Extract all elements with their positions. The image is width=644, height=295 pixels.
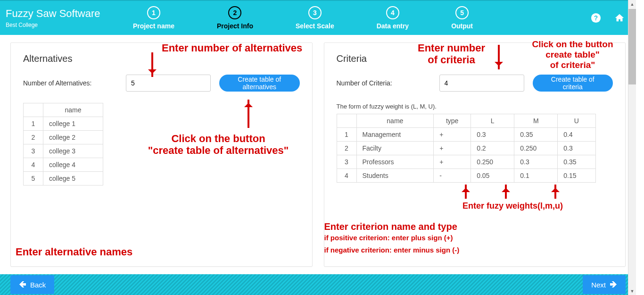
app-header: Fuzzy Saw Software Best College 1 Projec…	[0, 0, 636, 35]
step-label-3: Select Scale	[296, 22, 334, 30]
row-index: 2	[337, 142, 356, 155]
back-label: Back	[30, 281, 46, 289]
vertical-scrollbar[interactable]: ▲ ▼	[628, 0, 636, 295]
alt-col-name: name	[43, 103, 103, 117]
step-project-info[interactable]: 2 Project Info	[217, 6, 253, 30]
crit-L-cell[interactable]: 0.3	[471, 128, 514, 142]
alt-name-cell[interactable]: college 1	[43, 117, 103, 131]
crit-name-cell[interactable]: Management	[356, 128, 434, 142]
step-label-1: Project name	[133, 22, 174, 30]
row-index: 1	[24, 117, 43, 131]
table-row[interactable]: 3 college 3	[24, 144, 103, 158]
crit-col-M: M	[514, 114, 558, 128]
crit-U-cell[interactable]: 0.15	[558, 169, 595, 183]
help-icon[interactable]: ?	[591, 13, 601, 23]
crit-type-cell[interactable]: -	[434, 169, 471, 183]
arrow-left-icon: 🡸	[19, 280, 26, 289]
table-row[interactable]: 1 Management + 0.3 0.35 0.4	[337, 128, 595, 142]
row-index: 1	[337, 128, 356, 142]
criteria-count-row: Number of Criteria: Create table of crit…	[337, 75, 613, 92]
row-index: 5	[24, 172, 43, 185]
alternatives-card: Alternatives Number of Alternatives: Cre…	[10, 42, 313, 267]
crit-M-cell[interactable]: 0.35	[514, 128, 558, 142]
step-circle-4: 4	[386, 6, 399, 19]
crit-col-type: type	[434, 114, 471, 128]
criteria-heading: Criteria	[337, 53, 613, 64]
scroll-down-icon[interactable]: ▼	[628, 287, 636, 295]
row-index: 3	[24, 144, 43, 158]
crit-name-cell[interactable]: Professors	[356, 155, 434, 169]
crit-L-cell[interactable]: 0.250	[471, 155, 514, 169]
row-index: 3	[337, 155, 356, 169]
step-project-name[interactable]: 1 Project name	[133, 6, 174, 30]
ann-enter-num-alternatives: Enter number of alternatives	[162, 42, 302, 54]
ann-positive-criterion: if positive criterion: enter plus sign (…	[324, 234, 453, 242]
crit-L-cell[interactable]: 0.05	[471, 169, 514, 183]
create-criteria-button[interactable]: Create table of criteria	[533, 75, 613, 92]
row-index: 4	[337, 169, 356, 183]
crit-col-name: name	[356, 114, 434, 128]
brand-title: Fuzzy Saw Software	[6, 8, 128, 20]
next-button[interactable]: Next 🡺	[583, 275, 626, 294]
row-index: 4	[24, 158, 43, 172]
alternatives-table: name 1 college 12 college 23 college 34 …	[23, 103, 103, 185]
table-row[interactable]: 4 Students - 0.05 0.1 0.15	[337, 169, 595, 183]
crit-M-cell[interactable]: 0.250	[514, 142, 558, 155]
crit-L-cell[interactable]: 0.2	[471, 142, 514, 155]
crit-col-L: L	[471, 114, 514, 128]
step-circle-1: 1	[147, 6, 160, 19]
crit-name-cell[interactable]: Students	[356, 169, 434, 183]
step-label-5: Output	[451, 22, 473, 30]
step-circle-3: 3	[308, 6, 322, 19]
alternatives-count-row: Number of Alternatives: Create table of …	[23, 75, 300, 92]
footer: 🡸 Back Next 🡺	[0, 274, 636, 295]
ann-enter-alt-names: Enter alternative names	[16, 246, 132, 258]
step-label-4: Data entry	[377, 22, 409, 30]
create-alternatives-button[interactable]: Create table of alternatives	[219, 75, 300, 92]
step-label-2: Project Info	[217, 22, 253, 30]
step-data-entry[interactable]: 4 Data entry	[377, 6, 409, 30]
table-row[interactable]: 3 Professors + 0.250 0.3 0.35	[337, 155, 595, 169]
table-row[interactable]: 5 college 5	[24, 172, 103, 185]
svg-text:?: ?	[594, 15, 598, 22]
crit-name-cell[interactable]: Facilty	[356, 142, 434, 155]
table-row[interactable]: 2 Facilty + 0.2 0.250 0.3	[337, 142, 595, 155]
ann-click-create-alternatives: Click on the button "create table of alt…	[129, 133, 308, 157]
arrow-right-icon: 🡺	[610, 280, 617, 289]
table-row[interactable]: 4 college 4	[24, 158, 103, 172]
brand: Fuzzy Saw Software Best College	[6, 8, 128, 28]
crit-M-cell[interactable]: 0.1	[514, 169, 558, 183]
ann-criterion-name-type: Enter criterion name and type	[324, 221, 457, 232]
alternatives-count-label: Number of Alternatives:	[23, 79, 117, 87]
alt-name-cell[interactable]: college 5	[43, 172, 103, 185]
alt-name-cell[interactable]: college 3	[43, 144, 103, 158]
crit-U-cell[interactable]: 0.35	[558, 155, 595, 169]
step-output[interactable]: 5 Output	[451, 6, 473, 30]
back-button[interactable]: 🡸 Back	[10, 275, 54, 294]
crit-M-cell[interactable]: 0.3	[514, 155, 558, 169]
alt-name-cell[interactable]: college 2	[43, 131, 103, 144]
crit-U-cell[interactable]: 0.4	[558, 128, 595, 142]
step-circle-2: 2	[228, 6, 241, 19]
brand-subtitle: Best College	[6, 22, 128, 28]
table-row[interactable]: 2 college 2	[24, 131, 103, 144]
home-icon[interactable]	[614, 13, 625, 23]
step-select-scale[interactable]: 3 Select Scale	[296, 6, 334, 30]
criteria-count-input[interactable]	[439, 75, 524, 92]
content-area: Alternatives Number of Alternatives: Cre…	[0, 35, 636, 274]
next-label: Next	[591, 281, 606, 289]
fuzzy-weight-note: The form of fuzzy weight is (L, M, U).	[337, 103, 613, 110]
ann-negative-criterion: if negative criterion: enter minus sign …	[324, 246, 460, 254]
crit-type-cell[interactable]: +	[434, 155, 471, 169]
alternatives-count-input[interactable]	[126, 75, 211, 92]
criteria-card: Criteria Number of Criteria: Create tabl…	[324, 42, 626, 267]
crit-U-cell[interactable]: 0.3	[558, 142, 595, 155]
scroll-thumb[interactable]	[628, 9, 636, 84]
alt-name-cell[interactable]: college 4	[43, 158, 103, 172]
step-circle-5: 5	[455, 6, 469, 19]
stepper: 1 Project name 2 Project Info 3 Select S…	[133, 6, 591, 30]
table-row[interactable]: 1 college 1	[24, 117, 103, 131]
crit-type-cell[interactable]: +	[434, 128, 471, 142]
scroll-up-icon[interactable]: ▲	[628, 0, 636, 8]
crit-type-cell[interactable]: +	[434, 142, 471, 155]
